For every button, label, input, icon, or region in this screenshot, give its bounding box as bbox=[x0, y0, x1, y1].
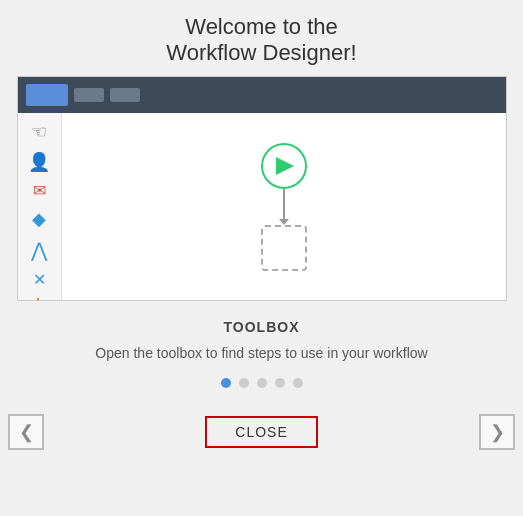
close-button-wrapper: CLOSE bbox=[205, 416, 317, 448]
toolbar-tab-active[interactable] bbox=[26, 84, 68, 106]
pagination-dots bbox=[20, 378, 503, 388]
email-icon[interactable]: ✉ bbox=[25, 181, 53, 200]
page-title: Welcome to the Workflow Designer! bbox=[10, 14, 513, 66]
designer-preview: ☜ 👤 ✉ ◆ ⋀ ✕ ⏱ bbox=[17, 76, 507, 301]
dot-1[interactable] bbox=[221, 378, 231, 388]
dot-2[interactable] bbox=[239, 378, 249, 388]
merge-icon[interactable]: ⋀ bbox=[25, 238, 53, 262]
toolbar-tab-inactive-2[interactable] bbox=[110, 88, 140, 102]
flow-container bbox=[261, 143, 307, 271]
preview-sidebar: ☜ 👤 ✉ ◆ ⋀ ✕ ⏱ bbox=[18, 113, 62, 300]
section-description: Open the toolbox to find steps to use in… bbox=[20, 343, 503, 364]
timer-icon[interactable]: ⏱ bbox=[25, 297, 53, 301]
toolbar-tab-inactive-1[interactable] bbox=[74, 88, 104, 102]
next-button[interactable]: ❯ bbox=[479, 414, 515, 450]
dot-5[interactable] bbox=[293, 378, 303, 388]
connector-line bbox=[283, 189, 285, 219]
split-icon[interactable]: ✕ bbox=[25, 270, 53, 289]
close-button[interactable]: CLOSE bbox=[205, 416, 317, 448]
dashed-node bbox=[261, 225, 307, 271]
play-icon bbox=[276, 157, 294, 175]
content-section: TOOLBOX Open the toolbox to find steps t… bbox=[0, 301, 523, 416]
start-node bbox=[261, 143, 307, 189]
preview-toolbar bbox=[18, 77, 506, 113]
prev-button[interactable]: ❮ bbox=[8, 414, 44, 450]
dot-4[interactable] bbox=[275, 378, 285, 388]
preview-canvas bbox=[62, 113, 506, 300]
nav-section: ❮ CLOSE ❯ bbox=[0, 416, 523, 448]
preview-body: ☜ 👤 ✉ ◆ ⋀ ✕ ⏱ bbox=[18, 113, 506, 300]
dot-3[interactable] bbox=[257, 378, 267, 388]
section-label: TOOLBOX bbox=[20, 319, 503, 335]
diamond-icon[interactable]: ◆ bbox=[25, 208, 53, 230]
person-icon[interactable]: 👤 bbox=[25, 151, 53, 173]
header-section: Welcome to the Workflow Designer! bbox=[0, 0, 523, 76]
hand-icon[interactable]: ☜ bbox=[25, 121, 53, 143]
